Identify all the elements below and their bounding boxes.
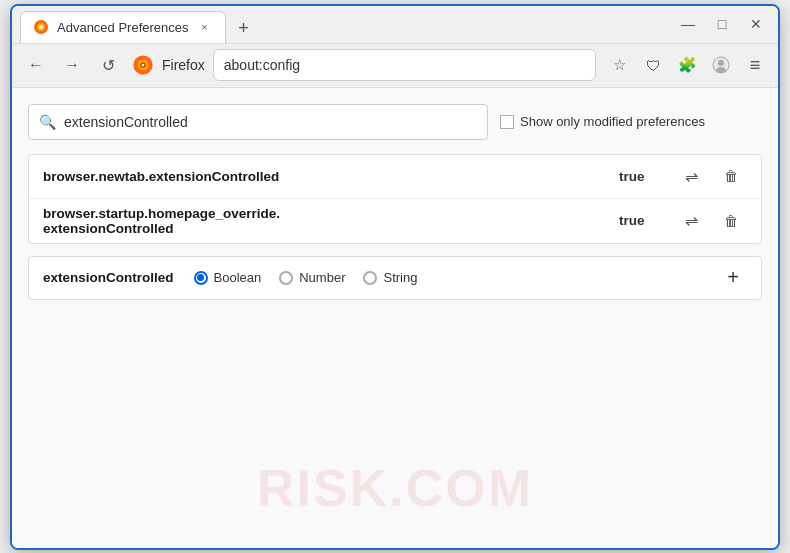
svg-point-9 <box>716 67 726 73</box>
results-table: browser.newtab.extensionControlled true … <box>28 154 762 244</box>
address-bar[interactable]: about:config <box>213 49 596 81</box>
firefox-logo <box>132 54 154 76</box>
window-controls: — □ ✕ <box>674 10 770 38</box>
reload-button[interactable]: ↺ <box>92 49 124 81</box>
row-actions-2: ⇌ 🗑 <box>675 205 747 237</box>
delete-button-1[interactable]: 🗑 <box>715 160 747 192</box>
toggle-button-1[interactable]: ⇌ <box>675 160 707 192</box>
svg-point-2 <box>39 25 43 29</box>
bookmark-icon[interactable]: ☆ <box>604 50 634 80</box>
tab-favicon <box>33 19 49 35</box>
add-preference-row: extensionControlled Boolean Number Strin… <box>28 256 762 300</box>
toggle-icon-1: ⇌ <box>685 167 698 186</box>
toggle-icon-2: ⇌ <box>685 211 698 230</box>
search-input[interactable] <box>64 114 477 130</box>
shield-icon[interactable]: 🛡 <box>638 50 668 80</box>
string-label: String <box>383 270 417 285</box>
pref-value-2: true <box>619 213 659 228</box>
browser-window: Advanced Preferences × + — □ ✕ ← → ↺ Fir… <box>10 4 780 550</box>
search-box: 🔍 <box>28 104 488 140</box>
browser-brand-label: Firefox <box>162 57 205 73</box>
maximize-button[interactable]: □ <box>708 10 736 38</box>
menu-button[interactable]: ≡ <box>740 50 770 80</box>
extension-icon[interactable]: 🧩 <box>672 50 702 80</box>
pref-value-1: true <box>619 169 659 184</box>
type-radio-group: Boolean Number String <box>194 270 418 285</box>
search-row: 🔍 Show only modified preferences <box>28 104 762 140</box>
trash-icon-2: 🗑 <box>724 213 738 229</box>
tab-close-button[interactable]: × <box>197 19 213 35</box>
navigation-bar: ← → ↺ Firefox about:config ☆ 🛡 🧩 ≡ <box>12 44 778 88</box>
number-option[interactable]: Number <box>279 270 345 285</box>
table-row[interactable]: browser.startup.homepage_override.extens… <box>29 199 761 243</box>
page-content: RISK.COM 🔍 Show only modified preference… <box>12 88 778 548</box>
string-radio[interactable] <box>363 271 377 285</box>
tab-title: Advanced Preferences <box>57 20 189 35</box>
show-modified-label[interactable]: Show only modified preferences <box>500 114 705 129</box>
table-row[interactable]: browser.newtab.extensionControlled true … <box>29 155 761 199</box>
address-text: about:config <box>224 57 585 73</box>
tab-area: Advanced Preferences × + <box>20 6 666 43</box>
delete-button-2[interactable]: 🗑 <box>715 205 747 237</box>
boolean-radio[interactable] <box>194 271 208 285</box>
profile-icon[interactable] <box>706 50 736 80</box>
minimize-button[interactable]: — <box>674 10 702 38</box>
close-button[interactable]: ✕ <box>742 10 770 38</box>
show-modified-text: Show only modified preferences <box>520 114 705 129</box>
boolean-label: Boolean <box>214 270 262 285</box>
trash-icon-1: 🗑 <box>724 168 738 184</box>
watermark: RISK.COM <box>257 458 533 518</box>
back-button[interactable]: ← <box>20 49 52 81</box>
number-radio[interactable] <box>279 271 293 285</box>
pref-name-2: browser.startup.homepage_override.extens… <box>43 206 619 236</box>
search-icon: 🔍 <box>39 114 56 130</box>
active-tab[interactable]: Advanced Preferences × <box>20 11 226 43</box>
forward-button[interactable]: → <box>56 49 88 81</box>
row-actions-1: ⇌ 🗑 <box>675 160 747 192</box>
nav-icons-area: ☆ 🛡 🧩 ≡ <box>604 50 770 80</box>
title-bar: Advanced Preferences × + — □ ✕ <box>12 6 778 44</box>
svg-point-8 <box>718 60 724 66</box>
boolean-option[interactable]: Boolean <box>194 270 262 285</box>
svg-point-6 <box>142 64 145 67</box>
string-option[interactable]: String <box>363 270 417 285</box>
toggle-button-2[interactable]: ⇌ <box>675 205 707 237</box>
pref-name-1: browser.newtab.extensionControlled <box>43 169 619 184</box>
show-modified-checkbox[interactable] <box>500 115 514 129</box>
number-label: Number <box>299 270 345 285</box>
new-tab-button[interactable]: + <box>230 15 258 43</box>
new-pref-name: extensionControlled <box>43 270 174 285</box>
add-preference-button[interactable]: + <box>719 264 747 292</box>
